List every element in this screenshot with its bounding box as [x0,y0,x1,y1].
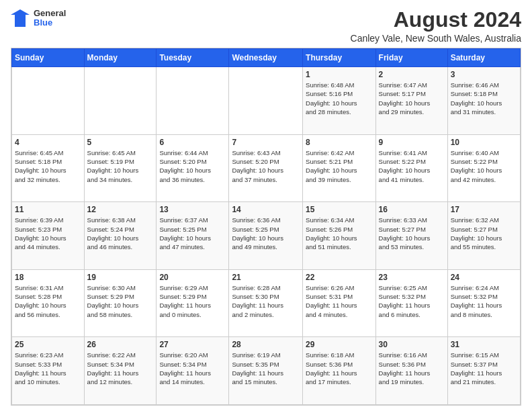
day-number: 16 [379,205,445,214]
page: GeneralBlue August 2024 Canley Vale, New… [0,0,532,411]
calendar-cell: 13Sunrise: 6:37 AMSunset: 5:25 PMDayligh… [157,202,229,270]
header: GeneralBlue August 2024 Canley Vale, New… [11,8,521,44]
calendar-week-4: 18Sunrise: 6:31 AMSunset: 5:28 PMDayligh… [12,269,521,337]
calendar-cell [157,67,229,135]
calendar-cell: 29Sunrise: 6:18 AMSunset: 5:36 PMDayligh… [303,337,376,405]
day-info: Sunrise: 6:36 AMSunset: 5:25 PMDaylight:… [232,216,300,251]
day-number: 29 [306,340,373,349]
day-info: Sunrise: 6:23 AMSunset: 5:33 PMDaylight:… [15,351,81,386]
day-info: Sunrise: 6:42 AMSunset: 5:21 PMDaylight:… [306,148,373,184]
calendar-cell: 7Sunrise: 6:43 AMSunset: 5:20 PMDaylight… [229,134,303,202]
day-number: 24 [451,273,517,282]
day-info: Sunrise: 6:19 AMSunset: 5:35 PMDaylight:… [232,351,300,386]
calendar: Sunday Monday Tuesday Wednesday Thursday… [11,48,521,406]
day-info: Sunrise: 6:28 AMSunset: 5:30 PMDaylight:… [232,283,300,319]
day-info: Sunrise: 6:45 AMSunset: 5:19 PMDaylight:… [87,148,154,184]
calendar-cell [12,67,85,135]
calendar-cell: 27Sunrise: 6:20 AMSunset: 5:34 PMDayligh… [157,337,229,405]
calendar-week-2: 4Sunrise: 6:45 AMSunset: 5:18 PMDaylight… [12,134,521,202]
day-info: Sunrise: 6:40 AMSunset: 5:22 PMDaylight:… [451,148,517,184]
day-info: Sunrise: 6:32 AMSunset: 5:27 PMDaylight:… [451,216,517,251]
day-number: 13 [159,205,226,214]
day-number: 2 [379,70,445,79]
day-number: 30 [379,340,445,349]
svg-marker-0 [11,9,30,27]
day-number: 26 [87,340,154,349]
day-number: 14 [232,205,300,214]
calendar-cell [229,67,303,135]
day-number: 8 [306,138,373,147]
main-title: August 2024 [351,8,521,32]
calendar-cell: 24Sunrise: 6:24 AMSunset: 5:32 PMDayligh… [447,269,520,337]
day-number: 9 [379,138,445,147]
calendar-cell: 18Sunrise: 6:31 AMSunset: 5:28 PMDayligh… [12,269,85,337]
calendar-cell: 26Sunrise: 6:22 AMSunset: 5:34 PMDayligh… [84,337,157,405]
day-number: 23 [379,273,445,282]
day-number: 1 [306,70,373,79]
day-info: Sunrise: 6:30 AMSunset: 5:29 PMDaylight:… [87,283,154,319]
header-wednesday: Wednesday [229,49,303,67]
calendar-cell: 21Sunrise: 6:28 AMSunset: 5:30 PMDayligh… [229,269,303,337]
calendar-cell: 23Sunrise: 6:25 AMSunset: 5:32 PMDayligh… [375,269,447,337]
day-info: Sunrise: 6:29 AMSunset: 5:29 PMDaylight:… [159,283,226,319]
calendar-cell: 15Sunrise: 6:34 AMSunset: 5:26 PMDayligh… [303,202,376,270]
day-info: Sunrise: 6:45 AMSunset: 5:18 PMDaylight:… [15,148,81,184]
calendar-cell: 9Sunrise: 6:41 AMSunset: 5:22 PMDaylight… [375,134,447,202]
calendar-header-row: Sunday Monday Tuesday Wednesday Thursday… [12,49,521,67]
calendar-cell: 17Sunrise: 6:32 AMSunset: 5:27 PMDayligh… [447,202,520,270]
day-number: 21 [232,273,300,282]
day-info: Sunrise: 6:16 AMSunset: 5:36 PMDaylight:… [379,351,445,386]
header-saturday: Saturday [447,49,520,67]
calendar-cell: 16Sunrise: 6:33 AMSunset: 5:27 PMDayligh… [375,202,447,270]
calendar-cell: 22Sunrise: 6:26 AMSunset: 5:31 PMDayligh… [303,269,376,337]
day-info: Sunrise: 6:31 AMSunset: 5:28 PMDaylight:… [15,283,81,319]
day-number: 28 [232,340,300,349]
day-number: 12 [87,205,154,214]
day-info: Sunrise: 6:25 AMSunset: 5:32 PMDaylight:… [379,283,445,319]
day-info: Sunrise: 6:20 AMSunset: 5:34 PMDaylight:… [159,351,226,386]
calendar-week-1: 1Sunrise: 6:48 AMSunset: 5:16 PMDaylight… [12,67,521,135]
day-number: 6 [159,138,226,147]
calendar-cell: 4Sunrise: 6:45 AMSunset: 5:18 PMDaylight… [12,134,85,202]
day-number: 17 [451,205,517,214]
day-number: 15 [306,205,373,214]
day-number: 22 [306,273,373,282]
calendar-week-5: 25Sunrise: 6:23 AMSunset: 5:33 PMDayligh… [12,337,521,405]
day-info: Sunrise: 6:44 AMSunset: 5:20 PMDaylight:… [159,148,226,184]
day-info: Sunrise: 6:22 AMSunset: 5:34 PMDaylight:… [87,351,154,386]
day-info: Sunrise: 6:37 AMSunset: 5:25 PMDaylight:… [159,216,226,251]
calendar-cell: 31Sunrise: 6:15 AMSunset: 5:37 PMDayligh… [447,337,520,405]
day-number: 4 [15,138,81,147]
header-thursday: Thursday [303,49,376,67]
day-number: 7 [232,138,300,147]
day-number: 5 [87,138,154,147]
calendar-cell [84,67,157,135]
day-number: 19 [87,273,154,282]
day-info: Sunrise: 6:38 AMSunset: 5:24 PMDaylight:… [87,216,154,251]
day-number: 31 [451,340,517,349]
day-number: 10 [451,138,517,147]
calendar-cell: 3Sunrise: 6:46 AMSunset: 5:18 PMDaylight… [447,67,520,135]
calendar-cell: 10Sunrise: 6:40 AMSunset: 5:22 PMDayligh… [447,134,520,202]
calendar-cell: 30Sunrise: 6:16 AMSunset: 5:36 PMDayligh… [375,337,447,405]
day-info: Sunrise: 6:41 AMSunset: 5:22 PMDaylight:… [379,148,445,184]
day-number: 27 [159,340,226,349]
day-number: 18 [15,273,81,282]
day-info: Sunrise: 6:24 AMSunset: 5:32 PMDaylight:… [451,283,517,319]
day-info: Sunrise: 6:18 AMSunset: 5:36 PMDaylight:… [306,351,373,386]
calendar-cell: 5Sunrise: 6:45 AMSunset: 5:19 PMDaylight… [84,134,157,202]
day-info: Sunrise: 6:33 AMSunset: 5:27 PMDaylight:… [379,216,445,251]
header-friday: Friday [375,49,447,67]
calendar-cell: 11Sunrise: 6:39 AMSunset: 5:23 PMDayligh… [12,202,85,270]
day-info: Sunrise: 6:34 AMSunset: 5:26 PMDaylight:… [306,216,373,251]
calendar-cell: 8Sunrise: 6:42 AMSunset: 5:21 PMDaylight… [303,134,376,202]
header-tuesday: Tuesday [157,49,229,67]
calendar-cell: 1Sunrise: 6:48 AMSunset: 5:16 PMDaylight… [303,67,376,135]
day-info: Sunrise: 6:47 AMSunset: 5:17 PMDaylight:… [379,81,445,116]
day-info: Sunrise: 6:43 AMSunset: 5:20 PMDaylight:… [232,148,300,184]
calendar-cell: 6Sunrise: 6:44 AMSunset: 5:20 PMDaylight… [157,134,229,202]
day-info: Sunrise: 6:48 AMSunset: 5:16 PMDaylight:… [306,81,373,116]
day-info: Sunrise: 6:15 AMSunset: 5:37 PMDaylight:… [451,351,517,386]
calendar-cell: 20Sunrise: 6:29 AMSunset: 5:29 PMDayligh… [157,269,229,337]
day-info: Sunrise: 6:26 AMSunset: 5:31 PMDaylight:… [306,283,373,319]
